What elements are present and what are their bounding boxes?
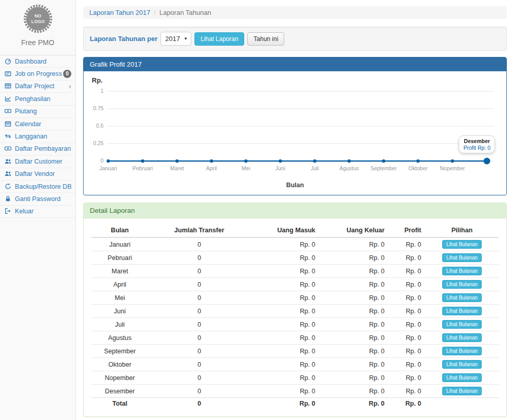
sidebar-item-label: Backup/Restore DB — [15, 183, 72, 190]
filter-label: Laporan Tahunan per — [90, 35, 157, 43]
sidebar-item-label: Piutang — [15, 108, 37, 115]
sidebar-item-label: Penghasilan — [15, 95, 50, 103]
detail-table-wrapper: Bulan Jumlah Transfer Uang Masuk Uang Ke… — [84, 218, 506, 416]
svg-text:Mei: Mei — [242, 166, 250, 171]
tahun-ini-button[interactable]: Tahun ini — [247, 32, 284, 46]
year-select[interactable]: 2017 ▼ — [161, 32, 191, 46]
svg-text:Pebruari: Pebruari — [132, 166, 153, 171]
cell-uang-masuk: Rp. 0 — [250, 237, 320, 251]
sidebar-item-ganti-password[interactable]: Ganti Password — [0, 193, 75, 205]
cell-profit: Rp. 0 — [389, 385, 425, 398]
column-header-uang-keluar: Uang Keluar — [320, 224, 389, 237]
total-label: Total — [91, 398, 148, 410]
total-profit: Rp. 0 — [389, 398, 425, 410]
cell-uang-masuk: Rp. 0 — [250, 265, 320, 278]
app-name: Free PMO — [0, 38, 75, 47]
lihat-laporan-button[interactable]: Lihat Laporan — [194, 32, 244, 46]
lihat-bulanan-button[interactable]: Lihat Bulanan — [442, 253, 482, 262]
lihat-bulanan-button[interactable]: Lihat Bulanan — [442, 360, 482, 369]
no-logo-image: NO LOGO — [23, 5, 53, 35]
line-chart-icon — [5, 95, 12, 103]
sidebar-item-daftar-vendor[interactable]: Daftar Vendor — [0, 168, 75, 181]
svg-text:Juni: Juni — [275, 166, 285, 171]
cell-profit: Rp. 0 — [389, 265, 425, 278]
sidebar-item-label: Daftar Project — [15, 83, 54, 90]
cell-jumlah-transfer: 0 — [148, 237, 250, 251]
sidebar-item-piutang[interactable]: Piutang — [0, 106, 75, 118]
tasks-icon — [5, 70, 12, 77]
lihat-bulanan-button[interactable]: Lihat Bulanan — [442, 267, 482, 275]
cell-profit: Rp. 0 — [389, 305, 425, 318]
sidebar-item-backup-restore-db[interactable]: Backup/Restore DB — [0, 181, 75, 193]
lihat-bulanan-button[interactable]: Lihat Bulanan — [442, 347, 482, 355]
cell-bulan: September — [91, 345, 148, 358]
sidebar-item-label: Dashboard — [15, 58, 47, 65]
svg-text:Oktober: Oktober — [408, 166, 428, 171]
sidebar-item-calendar[interactable]: Calendar — [0, 118, 75, 130]
calendar-icon — [5, 121, 12, 128]
cell-profit: Rp. 0 — [389, 251, 425, 265]
cell-bulan: Agustus — [91, 331, 148, 345]
cell-jumlah-transfer: 0 — [148, 291, 250, 305]
cell-uang-keluar: Rp. 0 — [320, 358, 389, 371]
sidebar-item-label: Daftar Pembayaran — [15, 145, 71, 152]
cell-jumlah-transfer: 0 — [148, 345, 250, 358]
lihat-bulanan-button[interactable]: Lihat Bulanan — [442, 387, 482, 395]
cell-bulan: Juni — [91, 305, 148, 318]
cell-bulan: Mei — [91, 291, 148, 305]
svg-text:NO: NO — [34, 13, 41, 18]
lihat-bulanan-button[interactable]: Lihat Bulanan — [442, 293, 482, 302]
dashboard-icon — [5, 58, 12, 65]
lihat-bulanan-button[interactable]: Lihat Bulanan — [442, 307, 482, 315]
users-icon — [5, 170, 12, 177]
cell-uang-masuk: Rp. 0 — [250, 305, 320, 318]
sidebar-menu: DashboardJob on Progress0Daftar Project‹… — [0, 55, 75, 218]
sidebar-item-dashboard[interactable]: Dashboard — [0, 55, 75, 68]
cell-jumlah-transfer: 0 — [148, 265, 250, 278]
sidebar-item-daftar-customer[interactable]: Daftar Customer — [0, 155, 75, 168]
sidebar-item-keluar[interactable]: Keluar — [0, 206, 75, 218]
sidebar-item-job-on-progress[interactable]: Job on Progress0 — [0, 68, 75, 80]
sidebar-item-daftar-project[interactable]: Daftar Project‹ — [0, 81, 75, 93]
cell-profit: Rp. 0 — [389, 345, 425, 358]
profit-line-chart[interactable]: 10.750.50.250JanuariPebruariMaretAprilMe… — [89, 84, 501, 182]
table-row-mei: Mei0Rp. 0Rp. 0Rp. 0Lihat Bulanan — [91, 291, 499, 305]
job-count-badge: 0 — [63, 70, 71, 78]
sidebar-item-daftar-pembayaran[interactable]: Daftar Pembayaran — [0, 143, 75, 155]
total-uang-keluar: Rp. 0 — [320, 398, 389, 410]
svg-text:1: 1 — [101, 88, 104, 94]
table-row-april: April0Rp. 0Rp. 0Rp. 0Lihat Bulanan — [91, 278, 499, 291]
sidebar-item-label: Job on Progress — [15, 70, 62, 77]
sidebar-item-penghasilan[interactable]: Penghasilan — [0, 93, 75, 105]
chart-panel-body: Rp. 10.750.50.250JanuariPebruariMaretApr… — [84, 71, 506, 195]
column-header-jumlah-transfer: Jumlah Transfer — [148, 224, 250, 237]
table-row-agustus: Agustus0Rp. 0Rp. 0Rp. 0Lihat Bulanan — [91, 331, 499, 345]
detail-panel-title: Detail Laporan — [84, 203, 506, 218]
breadcrumb-link-laporan-tahun[interactable]: Laporan Tahun 2017 — [89, 9, 150, 16]
main-content: Laporan Tahun 2017/Laporan Tahunan Lapor… — [76, 0, 513, 420]
cell-uang-keluar: Rp. 0 — [320, 251, 389, 265]
lihat-bulanan-button[interactable]: Lihat Bulanan — [442, 320, 482, 329]
lihat-bulanan-button[interactable]: Lihat Bulanan — [442, 280, 482, 289]
cell-jumlah-transfer: 0 — [148, 358, 250, 371]
cell-profit: Rp. 0 — [389, 237, 425, 251]
table-row-januari: Januari0Rp. 0Rp. 0Rp. 0Lihat Bulanan — [91, 237, 499, 251]
cell-bulan: Maret — [91, 265, 148, 278]
cell-bulan: Desember — [91, 385, 148, 398]
sidebar-item-label: Ganti Password — [15, 195, 61, 203]
cell-uang-masuk: Rp. 0 — [250, 358, 320, 371]
lihat-bulanan-button[interactable]: Lihat Bulanan — [442, 333, 482, 342]
svg-text:Juli: Juli — [311, 166, 319, 171]
svg-text:0.5: 0.5 — [96, 123, 104, 129]
table-total-row: Total0Rp. 0Rp. 0Rp. 0 — [91, 398, 499, 410]
sidebar-item-label: Daftar Customer — [15, 158, 62, 165]
cell-bulan: April — [91, 278, 148, 291]
cell-jumlah-transfer: 0 — [148, 331, 250, 345]
tooltip-month: Desember — [463, 138, 490, 144]
lihat-bulanan-button[interactable]: Lihat Bulanan — [442, 240, 482, 249]
page: NO LOGO Free PMO DashboardJob on Progres… — [0, 0, 513, 420]
lihat-bulanan-button[interactable]: Lihat Bulanan — [442, 373, 482, 382]
table-row-maret: Maret0Rp. 0Rp. 0Rp. 0Lihat Bulanan — [91, 265, 499, 278]
cell-uang-keluar: Rp. 0 — [320, 345, 389, 358]
sidebar-item-langganan[interactable]: Langganan — [0, 130, 75, 143]
